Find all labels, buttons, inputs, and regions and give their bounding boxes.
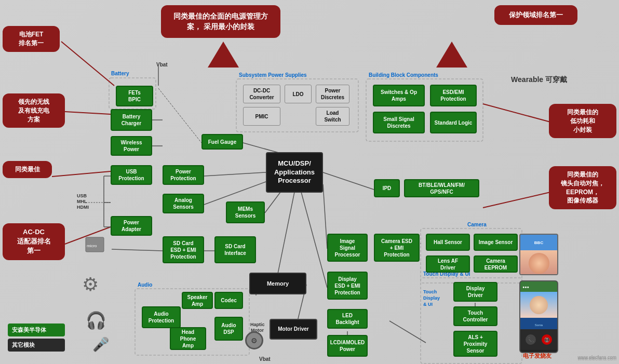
svg-text:& UI: & UI <box>423 302 433 307</box>
touch-controller-box: TouchController <box>453 306 497 326</box>
als-proximity-box: ALS +ProximitySensor <box>453 331 497 357</box>
svg-line-26 <box>112 249 163 251</box>
callout-top-right: 保护领域排名第一 <box>494 5 577 25</box>
legend: 安森美半导体 其它模块 <box>8 323 65 354</box>
site-url: www.elecfans.com <box>577 355 616 360</box>
svg-line-14 <box>158 88 201 143</box>
speaker-amp-box: SpeakerAmp <box>182 292 213 309</box>
pmic-box: PMIC <box>243 107 280 126</box>
svg-text:Vbat: Vbat <box>156 62 168 68</box>
callout-acdc: AC-DC适配器排名第一 <box>3 223 65 260</box>
esd-emi-box: ESD/EMIProtection <box>430 85 477 106</box>
lens-af-box: Lens AFDriver <box>426 255 470 273</box>
hall-sensor-box: Hall Sensor <box>426 234 470 251</box>
svg-line-23 <box>278 192 294 274</box>
svg-line-35 <box>243 143 280 153</box>
audio-dsp-box: AudioDSP <box>214 317 243 341</box>
callout-lens: 同类最佳的镜头自动对焦，EEPROM，图像传感器 <box>549 166 616 209</box>
svg-text:MHL: MHL <box>77 199 87 204</box>
fets-bpic-box: FETsBPIC <box>116 86 153 106</box>
svg-line-21 <box>323 184 327 249</box>
legend-other: 其它模块 <box>8 339 65 352</box>
svg-text:Haptic: Haptic <box>250 322 265 327</box>
svg-text:micro: micro <box>87 244 97 248</box>
camera-image: BBC <box>519 234 558 275</box>
svg-marker-43 <box>436 42 467 68</box>
svg-text:Vbat: Vbat <box>259 356 271 362</box>
callout-low-power: 同类最佳的低功耗和小封装 <box>549 104 616 138</box>
standard-logic-box: Standard Logic <box>430 112 477 133</box>
gear-icon: ⚙ <box>82 274 99 295</box>
memory-box: Memory <box>249 273 306 294</box>
headphone-amp-box: HeadPhoneAmp <box>170 327 206 350</box>
load-switch-box: LoadSwitch <box>316 107 349 126</box>
codec-box: Codec <box>214 292 243 309</box>
svg-text:Building Block Components: Building Block Components <box>369 72 438 78</box>
svg-line-38 <box>52 171 111 177</box>
wearable-label: Wearable 可穿戴 <box>511 75 567 85</box>
svg-line-20 <box>323 172 374 190</box>
headphone-icon: 🎧 <box>86 311 106 330</box>
svg-text:Motor Driver: Motor Driver <box>278 326 309 332</box>
svg-text:Audio: Audio <box>138 282 152 288</box>
svg-text:HDMI: HDMI <box>77 205 89 210</box>
svg-text:Display: Display <box>423 295 440 301</box>
callout-fet: 电池FET排名第一 <box>3 26 60 52</box>
svg-line-36 <box>61 42 114 86</box>
callout-wireless-charging: 领先的无线及有线充电方案 <box>3 93 65 128</box>
camera-esd-box: Camera ESD+ EMIProtection <box>374 234 420 262</box>
mic-icon: 🎤 <box>92 336 109 353</box>
svg-text:Battery: Battery <box>111 71 129 76</box>
site-logo: 电子发烧友 <box>523 352 551 360</box>
svg-line-17 <box>204 172 266 176</box>
lcd-screen: ●●● Sonia 📞 📵 <box>519 280 558 353</box>
bt-ble-box: BT/BLE/WLAN/FM/GPS/NFC <box>404 179 479 197</box>
callout-best-in-class: 同类最佳 <box>3 161 52 178</box>
image-signal-box: ImageSignalProcessor <box>327 234 368 262</box>
callout-top-center: 同类最佳的全面的电源管理方案， 采用最小的封装 <box>161 5 280 38</box>
switches-op-box: Switches & OpAmps <box>373 85 425 106</box>
legend-onsemi: 安森美半导体 <box>8 323 65 336</box>
power-protection-box: PowerProtection <box>163 165 204 185</box>
svg-line-37 <box>65 112 111 114</box>
svg-line-39 <box>65 227 111 244</box>
audio-protection-box: AudioProtection <box>142 306 181 328</box>
svg-rect-56 <box>86 237 104 252</box>
wireless-power-box: WirelessPower <box>111 136 152 156</box>
svg-line-41 <box>483 192 550 208</box>
main-diagram: Battery Subsystem Power Supplies Buildin… <box>0 0 619 364</box>
sd-interface-box: SD CardInterface <box>214 236 256 263</box>
ipd-box: IPD <box>374 179 400 197</box>
led-backlight-box: LEDBacklight <box>327 309 368 329</box>
battery-charger-box: BatteryCharger <box>111 109 152 131</box>
svg-marker-42 <box>208 42 239 68</box>
svg-text:Camera: Camera <box>467 222 487 227</box>
svg-text:Touch: Touch <box>423 289 437 294</box>
fuel-gauge-box: Fuel Gauge <box>201 134 243 150</box>
motor-icon: ⚙ <box>245 331 263 349</box>
svg-rect-54 <box>270 319 317 339</box>
svg-line-19 <box>265 192 280 213</box>
display-driver-box: DisplayDriver <box>453 282 497 302</box>
usb-protection-box: USBProtection <box>111 165 152 185</box>
svg-text:USB: USB <box>77 193 87 198</box>
camera-eeprom-box: CameraEEPROM <box>474 255 518 273</box>
power-discretes-box: PowerDiscretes <box>316 85 349 103</box>
mcu-dsp-box: MCU/DSP/ApplicationsProcessor <box>266 152 323 193</box>
image-sensor-box: Image Sensor <box>474 234 518 251</box>
dc-dc-box: DC-DCConverter <box>243 85 280 103</box>
power-adapter-box: PowerAdapter <box>111 216 152 236</box>
mems-sensors-box: MEMsSensors <box>226 201 265 223</box>
display-esd-box: DisplayESD + EMIProtection <box>327 272 368 300</box>
svg-text:Subsystem Power Supplies: Subsystem Power Supplies <box>239 72 307 78</box>
small-signal-box: Small SignalDiscretes <box>373 112 425 133</box>
svg-line-34 <box>389 321 426 343</box>
lcd-amoled-box: LCD/AMOLEDPower <box>327 335 368 357</box>
analog-sensors-box: AnalogSensors <box>163 194 204 213</box>
sd-esd-box: SD CardESD + EMIProtection <box>163 236 204 263</box>
ldo-box: LDO <box>285 85 312 103</box>
svg-line-40 <box>483 104 550 122</box>
